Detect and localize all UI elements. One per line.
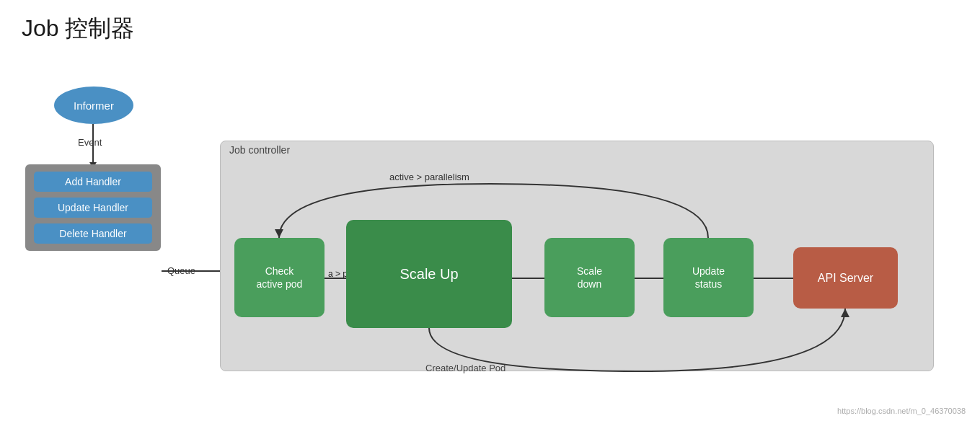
add-handler-btn[interactable]: Add Handler: [34, 172, 152, 192]
active-gt-parallelism-label: active > parallelism: [389, 172, 469, 182]
arrow-check-to-scale: [325, 278, 348, 279]
scale-up-box: Scale Up: [346, 220, 512, 328]
scale-down-box: Scale down: [544, 238, 635, 317]
job-controller-label: Job controller: [229, 144, 290, 156]
arrow-scale-to-down: [512, 278, 546, 279]
arrow-down-to-update: [635, 278, 665, 279]
arrow-update-to-api: [754, 278, 795, 279]
update-handler-btn[interactable]: Update Handler: [34, 198, 152, 218]
page-title: Job 控制器: [22, 13, 134, 45]
update-status-box: Update status: [663, 238, 754, 317]
informer-node: Informer: [54, 87, 133, 124]
watermark: https://blog.csdn.net/m_0_46370038: [837, 407, 966, 415]
delete-handler-btn[interactable]: Delete Handler: [34, 223, 152, 244]
event-label: Event: [78, 137, 102, 148]
handler-box: Add Handler Update Handler Delete Handle…: [25, 164, 161, 251]
queue-label: Queue: [167, 265, 195, 276]
api-server-box: API Server: [793, 247, 898, 309]
create-update-pod-label: Create/Update Pod: [425, 363, 506, 373]
check-active-pod-box: Check active pod: [234, 238, 325, 317]
